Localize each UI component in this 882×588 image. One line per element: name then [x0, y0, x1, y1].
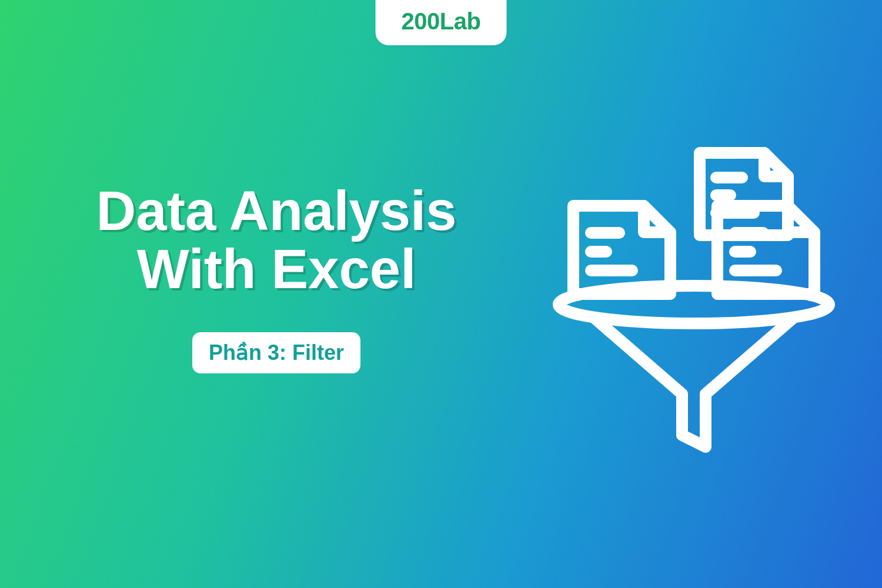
funnel-documents-icon — [541, 141, 847, 470]
headline-line-2: With Excel — [53, 240, 500, 299]
headline: Data Analysis With Excel — [53, 182, 500, 298]
promo-card: 200Lab Data Analysis With Excel Phần 3: … — [0, 0, 882, 588]
headline-line-1: Data Analysis — [53, 182, 500, 240]
logo-badge: 200Lab — [376, 0, 507, 45]
logo-text: 200Lab — [402, 8, 481, 35]
left-text-block: Data Analysis With Excel Phần 3: Filter — [53, 182, 500, 373]
subtitle-pill: Phần 3: Filter — [192, 332, 360, 373]
subtitle-text: Phần 3: Filter — [209, 340, 344, 365]
